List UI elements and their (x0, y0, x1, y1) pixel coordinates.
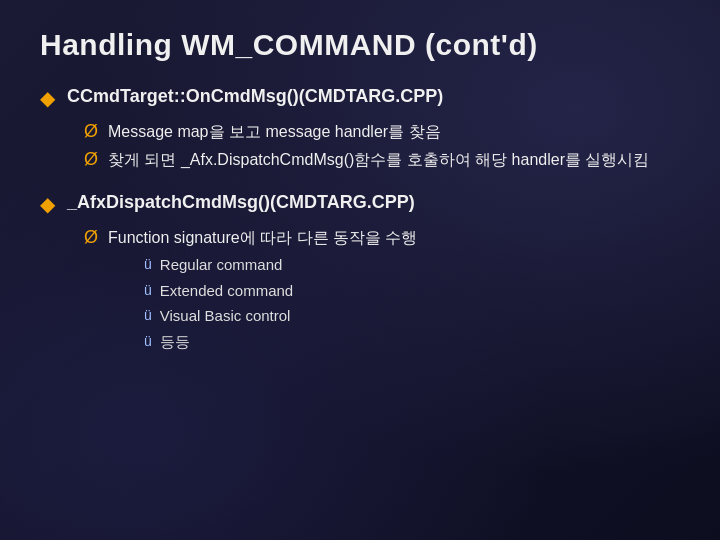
sub-bullets-1: Ø Message map을 보고 message handler를 찾음 Ø … (84, 120, 680, 172)
check-marker-4: ü (144, 333, 152, 349)
main-bullet-1-text: CCmdTarget::OnCmdMsg()(CMDTARG.CPP) (67, 84, 443, 109)
check-bullet-1: ü Regular command (144, 254, 680, 277)
check-bullet-2-text: Extended command (160, 280, 293, 303)
section-1: ◆ CCmdTarget::OnCmdMsg()(CMDTARG.CPP) Ø … (40, 84, 680, 172)
sub-bullet-1-1: Ø Message map을 보고 message handler를 찾음 (84, 120, 680, 144)
bullet-marker-1: ◆ (40, 86, 55, 110)
check-marker-3: ü (144, 307, 152, 323)
sub-bullets-2: Ø Function signature에 따라 다른 동작을 수행 ü Reg… (84, 226, 680, 353)
sub-bullet-1-2: Ø 찾게 되면 _Afx.DispatchCmdMsg()함수를 호출하여 해당… (84, 148, 680, 172)
check-bullet-3: ü Visual Basic control (144, 305, 680, 328)
sub-bullet-marker-1-1: Ø (84, 121, 98, 142)
sub-bullet-1-1-text: Message map을 보고 message handler를 찾음 (108, 120, 441, 144)
sub-bullet-1-2-text: 찾게 되면 _Afx.DispatchCmdMsg()함수를 호출하여 해당 h… (108, 148, 649, 172)
sub-bullet-2-1: Ø Function signature에 따라 다른 동작을 수행 (84, 226, 680, 250)
main-bullet-2-text: _AfxDispatchCmdMsg()(CMDTARG.CPP) (67, 190, 415, 215)
check-bullet-4-text: 등등 (160, 331, 190, 354)
check-bullet-3-text: Visual Basic control (160, 305, 291, 328)
check-bullets: ü Regular command ü Extended command ü V… (144, 254, 680, 353)
sub-bullet-marker-1-2: Ø (84, 149, 98, 170)
section-2: ◆ _AfxDispatchCmdMsg()(CMDTARG.CPP) Ø Fu… (40, 190, 680, 353)
bullet-marker-2: ◆ (40, 192, 55, 216)
main-bullet-2: ◆ _AfxDispatchCmdMsg()(CMDTARG.CPP) (40, 190, 680, 216)
sub-bullet-2-1-text: Function signature에 따라 다른 동작을 수행 (108, 226, 417, 250)
check-bullet-1-text: Regular command (160, 254, 283, 277)
check-bullet-4: ü 등등 (144, 331, 680, 354)
sub-bullet-marker-2-1: Ø (84, 227, 98, 248)
slide-title: Handling WM_COMMAND (cont'd) (40, 28, 680, 62)
check-bullet-2: ü Extended command (144, 280, 680, 303)
check-marker-1: ü (144, 256, 152, 272)
check-marker-2: ü (144, 282, 152, 298)
main-bullet-1: ◆ CCmdTarget::OnCmdMsg()(CMDTARG.CPP) (40, 84, 680, 110)
